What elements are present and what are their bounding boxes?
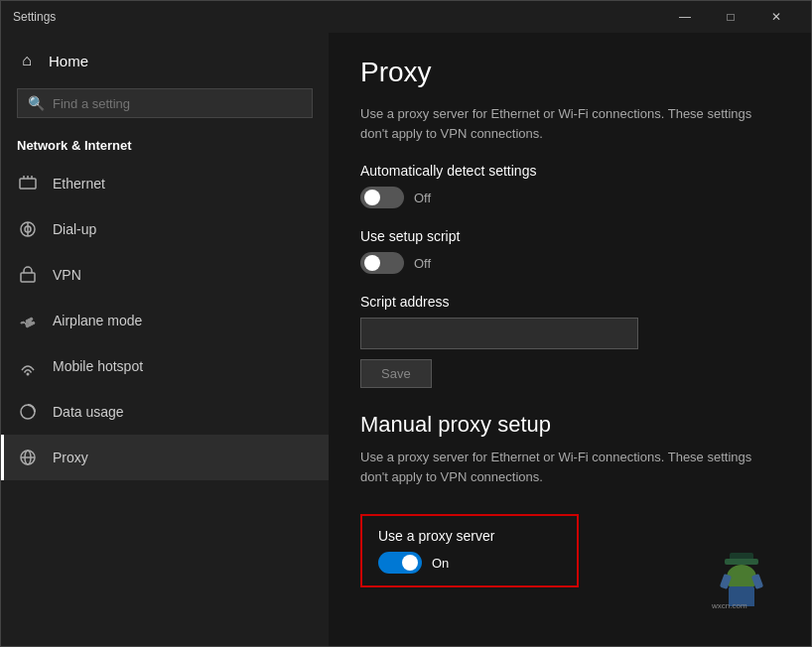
- sidebar-section-title: Network & Internet: [1, 126, 329, 161]
- setup-script-thumb: [364, 255, 380, 271]
- auto-detect-label: Automatically detect settings: [360, 163, 779, 179]
- use-proxy-thumb: [402, 555, 418, 571]
- manual-section-title: Manual proxy setup: [360, 412, 779, 438]
- script-address-label: Script address: [360, 294, 779, 310]
- vpn-label: VPN: [53, 267, 81, 283]
- use-proxy-toggle-row: On: [378, 552, 561, 574]
- hotspot-label: Mobile hotspot: [53, 358, 143, 374]
- manual-description: Use a proxy server for Ethernet or Wi-Fi…: [360, 448, 779, 486]
- auto-detect-status: Off: [414, 191, 431, 205]
- dialup-icon: [17, 218, 39, 240]
- save-button[interactable]: Save: [360, 359, 432, 388]
- hotspot-icon: [17, 355, 39, 377]
- airplane-icon: [17, 310, 39, 331]
- use-proxy-status: On: [432, 556, 449, 571]
- window-controls: — □ ✕: [662, 1, 799, 33]
- main-content: Proxy Use a proxy server for Ethernet or…: [329, 33, 811, 646]
- use-proxy-highlight-box: Use a proxy server On: [360, 514, 579, 587]
- datausage-label: Data usage: [53, 404, 124, 420]
- setup-script-status: Off: [414, 256, 431, 271]
- vpn-icon: [17, 264, 39, 286]
- sidebar-item-airplane[interactable]: Airplane mode: [1, 298, 329, 343]
- sidebar: ⌂ Home 🔍 Network & Internet Et: [1, 33, 329, 646]
- airplane-label: Airplane mode: [53, 313, 142, 328]
- page-title: Proxy: [360, 57, 779, 88]
- maximize-button[interactable]: □: [708, 1, 753, 33]
- minimize-button[interactable]: —: [662, 1, 708, 33]
- script-address-setting: Script address Save: [360, 294, 779, 388]
- home-icon: ⌂: [17, 51, 37, 70]
- sidebar-item-proxy[interactable]: Proxy: [1, 435, 329, 480]
- proxy-label: Proxy: [53, 450, 88, 465]
- watermark-text: wxcn.com: [712, 601, 747, 610]
- sidebar-item-ethernet[interactable]: Ethernet: [1, 161, 329, 206]
- search-box[interactable]: 🔍: [17, 88, 313, 118]
- window-title: Settings: [13, 10, 662, 24]
- svg-rect-0: [20, 179, 36, 189]
- use-proxy-label: Use a proxy server: [378, 528, 561, 544]
- setup-script-toggle-row: Off: [360, 252, 779, 274]
- sidebar-item-hotspot[interactable]: Mobile hotspot: [1, 343, 329, 389]
- close-button[interactable]: ✕: [753, 1, 799, 33]
- sidebar-item-datausage[interactable]: Data usage: [1, 389, 329, 435]
- use-proxy-toggle[interactable]: [378, 552, 422, 574]
- setup-script-toggle[interactable]: [360, 252, 404, 274]
- auto-detect-toggle[interactable]: [360, 187, 404, 208]
- proxy-icon: [17, 447, 39, 468]
- home-label: Home: [49, 53, 88, 69]
- setup-script-setting: Use setup script Off: [360, 228, 779, 274]
- dialup-label: Dial-up: [53, 221, 96, 237]
- sidebar-item-home[interactable]: ⌂ Home: [1, 41, 329, 80]
- search-input[interactable]: [53, 96, 302, 111]
- svg-point-8: [27, 373, 30, 376]
- auto-detect-thumb: [364, 190, 380, 205]
- settings-window: Settings — □ ✕ ⌂ Home 🔍 Network & Intern…: [0, 0, 812, 647]
- sidebar-item-dialup[interactable]: Dial-up: [1, 206, 329, 252]
- auto-detect-setting: Automatically detect settings Off: [360, 163, 779, 208]
- auto-detect-description: Use a proxy server for Ethernet or Wi-Fi…: [360, 104, 779, 143]
- watermark: wxcn.com: [712, 539, 771, 598]
- ethernet-label: Ethernet: [53, 176, 105, 192]
- title-bar: Settings — □ ✕: [1, 1, 811, 33]
- data-usage-icon: [17, 401, 39, 423]
- app-body: ⌂ Home 🔍 Network & Internet Et: [1, 33, 811, 646]
- auto-detect-toggle-row: Off: [360, 187, 779, 208]
- search-icon: 🔍: [28, 95, 45, 111]
- setup-script-label: Use setup script: [360, 228, 779, 244]
- svg-rect-7: [21, 273, 35, 282]
- script-address-input[interactable]: [360, 318, 638, 349]
- sidebar-item-vpn[interactable]: VPN: [1, 252, 329, 298]
- ethernet-icon: [17, 173, 39, 194]
